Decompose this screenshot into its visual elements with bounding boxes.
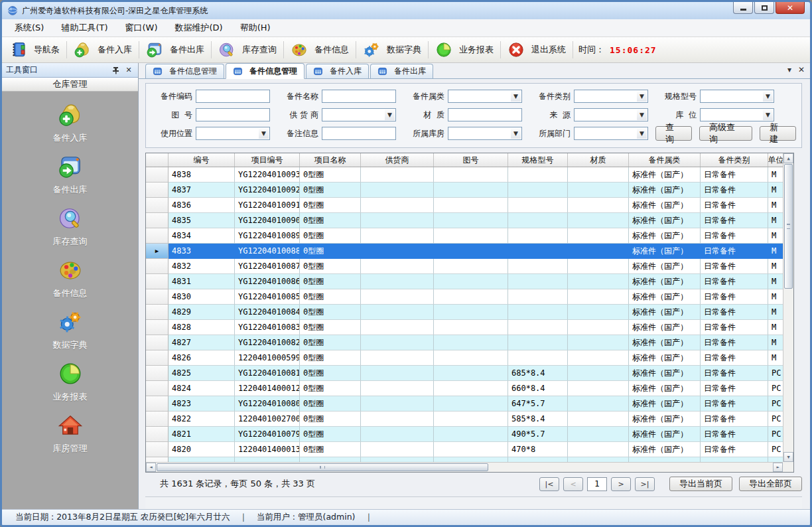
menu-item-4[interactable]: 帮助(H): [232, 19, 279, 37]
scroll-down-icon[interactable]: ▼: [783, 452, 793, 462]
table-row[interactable]: 4834YG122040100890型圈标准件（国产）日常备件M: [146, 228, 783, 244]
material-input[interactable]: [448, 108, 522, 121]
toolbar-button-stock-in[interactable]: 备件入库: [68, 39, 137, 60]
scroll-up-icon[interactable]: ▲: [783, 153, 793, 163]
menu-item-3[interactable]: 数据维护(D): [167, 19, 232, 37]
table-row[interactable]: 4827YG122040100820型圈标准件（国产）日常备件M: [146, 335, 783, 350]
toolbar-button-exit[interactable]: 退出系统: [502, 39, 571, 60]
grid-header-5[interactable]: 规格型号: [508, 153, 568, 167]
spec-model-dropdown[interactable]: ▼: [700, 90, 774, 103]
storage-bin-label: 库 位: [655, 110, 697, 121]
grid-header-3[interactable]: 供货商: [361, 153, 434, 167]
tab-icon: [313, 66, 326, 76]
grid-header-4[interactable]: 图号: [434, 153, 508, 167]
table-row[interactable]: 482612204010005990型圈标准件（国产）日常备件M: [146, 350, 783, 366]
query-button[interactable]: 查询: [655, 126, 692, 141]
vertical-scroll-thumb[interactable]: [784, 164, 793, 289]
sidebar-item-label: 库房管理: [53, 443, 88, 455]
record-summary: 共 1631 条记录，每页 50 条，共 33 页: [160, 478, 315, 490]
last-page-button[interactable]: >|: [635, 477, 655, 491]
main-toolbar: 导航条备件入库备件出库库存查询备件信息数据字典业务报表退出系统 时间： 15:0…: [2, 37, 810, 63]
warehouse-dropdown[interactable]: ▼: [448, 127, 522, 140]
advanced-query-button[interactable]: 高级查询: [699, 126, 752, 141]
table-row[interactable]: 4837YG122040100920型圈标准件（国产）日常备件M: [146, 183, 783, 198]
tab-3[interactable]: 备件出库: [370, 64, 433, 78]
grid-header-9[interactable]: 单位: [768, 153, 783, 167]
table-row[interactable]: 4821YG122040100790型圈490*5.7标准件（国产）日常备件PC: [146, 427, 783, 442]
horizontal-scrollbar[interactable]: ◄ ►: [146, 462, 783, 472]
pin-icon[interactable]: [110, 66, 121, 75]
report-icon: [435, 41, 456, 58]
toolbar-button-navbar[interactable]: 导航条: [5, 39, 65, 60]
remark-input[interactable]: [322, 127, 396, 140]
menu-item-2[interactable]: 窗口(W): [117, 19, 167, 37]
table-row[interactable]: 4835YG122040100900型圈标准件（国产）日常备件M: [146, 213, 783, 228]
close-button[interactable]: ✕: [776, 2, 805, 14]
table-row[interactable]: 4830YG122040100850型圈标准件（国产）日常备件M: [146, 289, 783, 305]
table-row[interactable]: 4829YG122040100840型圈标准件（国产）日常备件M: [146, 305, 783, 320]
vertical-scrollbar[interactable]: ▲ ▼: [783, 153, 793, 462]
table-row-selected[interactable]: ▶4833YG122040100880型圈标准件（国产）日常备件M: [146, 244, 783, 259]
maximize-button[interactable]: [754, 2, 774, 14]
part-name-input[interactable]: [322, 90, 396, 103]
horizontal-scroll-thumb[interactable]: [157, 463, 488, 471]
tab-0[interactable]: 备件信息管理: [145, 64, 224, 78]
sidebar-item-data-dict[interactable]: 数据字典: [2, 309, 138, 351]
table-row[interactable]: 4838YG122040100930型圈标准件（国产）日常备件M: [146, 167, 783, 183]
supplier-dropdown[interactable]: ▼: [322, 108, 396, 121]
scroll-right-icon[interactable]: ►: [773, 463, 783, 472]
table-row[interactable]: 482012204014000130型圈470*8标准件（国产）日常备件PC: [146, 442, 783, 457]
table-row[interactable]: 4832YG122040100870型圈标准件（国产）日常备件M: [146, 259, 783, 274]
first-page-button[interactable]: |<: [539, 477, 559, 491]
page-number-input[interactable]: 1: [587, 477, 607, 491]
toolbar-button-report[interactable]: 业务报表: [430, 39, 499, 60]
sidebar-item-inventory-query[interactable]: 库存查询: [2, 206, 138, 248]
toolbar-button-data-dict[interactable]: 数据字典: [358, 39, 427, 60]
toolbar-button-stock-out[interactable]: 备件出库: [141, 39, 210, 60]
table-row[interactable]: 4836YG122040100910型圈标准件（国产）日常备件M: [146, 198, 783, 213]
export-current-page-button[interactable]: 导出当前页: [669, 477, 732, 491]
sidebar-item-stock-out[interactable]: 备件出库: [2, 154, 138, 196]
storage-bin-dropdown[interactable]: ▼: [700, 108, 774, 121]
sidebar-item-stock-in[interactable]: 备件入库: [2, 102, 138, 144]
table-row[interactable]: 482412204014000120型圈660*8.4标准件（国产）日常备件PC: [146, 381, 783, 396]
toolbar-button-inventory-query[interactable]: 库存查询: [213, 39, 282, 60]
table-row[interactable]: 4823YG122040100800型圈647*5.7标准件（国产）日常备件PC: [146, 396, 783, 412]
usage-position-dropdown[interactable]: ▼: [196, 127, 270, 140]
tab-1-active[interactable]: 备件信息管理: [226, 63, 304, 79]
menu-item-1[interactable]: 辅助工具(T): [52, 19, 116, 37]
table-row[interactable]: [146, 457, 783, 462]
scroll-left-icon[interactable]: ◄: [146, 463, 156, 472]
prev-page-button[interactable]: <: [563, 477, 583, 491]
part-genus-dropdown[interactable]: ▼: [448, 90, 522, 103]
table-row[interactable]: 4831YG122040100860型圈标准件（国产）日常备件M: [146, 274, 783, 289]
next-page-button[interactable]: >: [611, 477, 631, 491]
minimize-button[interactable]: [733, 2, 753, 14]
grid-header-6[interactable]: 材质: [568, 153, 629, 167]
grid-header-2[interactable]: 项目名称: [300, 153, 361, 167]
department-dropdown[interactable]: ▼: [574, 127, 648, 140]
sidebar-item-report[interactable]: 业务报表: [2, 361, 138, 403]
grid-header-1[interactable]: 项目编号: [235, 153, 300, 167]
table-row[interactable]: 4828YG122040100830型圈标准件（国产）日常备件M: [146, 320, 783, 335]
table-row[interactable]: 482212204010027000型圈585*8.4标准件（国产）日常备件PC: [146, 412, 783, 427]
part-category-dropdown[interactable]: ▼: [574, 90, 648, 103]
chevron-down-icon[interactable]: ▾: [787, 65, 791, 74]
part-code-input[interactable]: [196, 90, 270, 103]
new-button[interactable]: 新建: [760, 126, 796, 141]
cell: [361, 427, 434, 442]
panel-close-icon[interactable]: ✕: [123, 66, 134, 75]
tab-2[interactable]: 备件入库: [306, 64, 369, 78]
tab-close-icon[interactable]: ✕: [798, 65, 805, 74]
toolbar-button-parts-info[interactable]: 备件信息: [285, 39, 354, 60]
grid-header-8[interactable]: 备件类别: [701, 153, 768, 167]
sidebar-item-warehouse[interactable]: 库房管理: [2, 413, 138, 455]
table-row[interactable]: 4825YG122040100810型圈685*8.4标准件（国产）日常备件PC: [146, 366, 783, 381]
source-dropdown[interactable]: ▼: [574, 108, 648, 121]
menu-item-0[interactable]: 系统(S): [6, 19, 52, 37]
sidebar-item-parts-info[interactable]: 备件信息: [2, 258, 138, 299]
grid-header-7[interactable]: 备件属类: [629, 153, 701, 167]
grid-header-0[interactable]: 编号: [169, 153, 235, 167]
drawing-no-input[interactable]: [196, 108, 270, 121]
export-all-pages-button[interactable]: 导出全部页: [739, 477, 802, 491]
